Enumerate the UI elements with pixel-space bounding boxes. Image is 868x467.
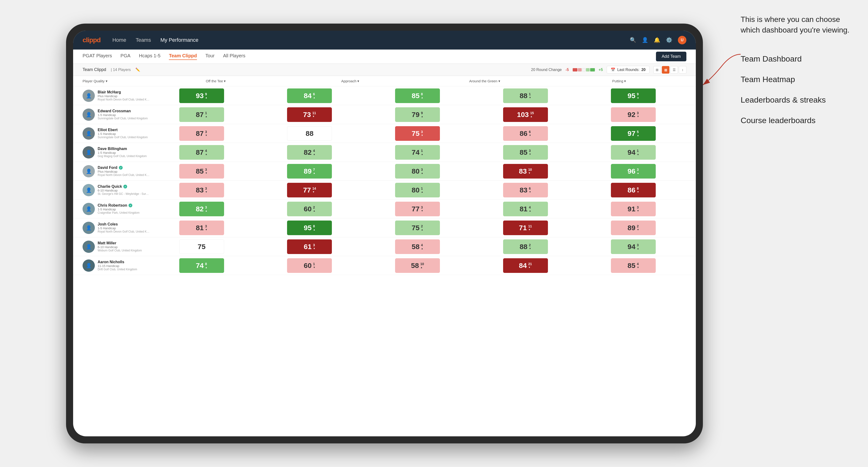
table-row[interactable]: 👤Charlie Quick✓6-10 HandicapSt. George's… — [73, 181, 696, 199]
player-info: 👤Blair McHargPlus HandicapRoyal North De… — [83, 90, 149, 102]
score-cell: 741▲ — [395, 145, 440, 160]
logo: clippd — [83, 36, 100, 44]
score-cells: 874▲824▲741▲853▼941▲ — [149, 145, 686, 160]
score-number: 86 — [628, 186, 636, 194]
score-change: 15▲ — [530, 111, 534, 118]
score-cell: 8310▼ — [503, 164, 548, 179]
verified-badge: ✓ — [123, 185, 127, 188]
table-row[interactable]: 👤Aaron Nicholls11-15 HandicapDrift Golf … — [73, 256, 696, 275]
score-number: 88 — [520, 92, 527, 100]
player-details: Blair McHargPlus HandicapRoyal North Dev… — [98, 90, 150, 101]
last-rounds-button[interactable]: 📅 Last Rounds: 20 — [607, 66, 650, 73]
annotation-item-4: Course leaderboards — [741, 116, 854, 125]
score-cell: 773▼ — [395, 201, 440, 216]
table-row[interactable]: 👤Matt Miller6-10 HandicapWoburn Golf Clu… — [73, 237, 696, 256]
score-cell: 613▼ — [287, 239, 332, 254]
table-row[interactable]: 👤Edward Crossman1-5 HandicapSunningdale … — [73, 105, 696, 124]
tab-all-players[interactable]: All Players — [223, 53, 245, 60]
player-handicap: Plus Handicap — [98, 94, 150, 98]
player-handicap: 6-10 Handicap — [98, 245, 149, 249]
nav-my-performance[interactable]: My Performance — [160, 36, 198, 44]
team-header: Team Clippd | 14 Players ✏️ 20 Round Cha… — [73, 64, 696, 76]
player-details: Edward Crossman1-5 HandicapSunningdale G… — [98, 109, 149, 120]
table-row[interactable]: 👤Josh Coles1-5 HandicapRoyal North Devon… — [73, 218, 696, 237]
score-cell: 858▲ — [395, 88, 440, 103]
player-avatar: 👤 — [83, 165, 95, 177]
annotation-item-1: Team Dashboard — [741, 54, 854, 63]
score-number: 97 — [628, 129, 636, 137]
player-avatar: 👤 — [83, 184, 95, 196]
person-icon[interactable]: 👤 — [642, 37, 648, 43]
score-cells: 823▲602▲773▼814▲913▼ — [149, 201, 686, 216]
table-row[interactable]: 👤Dave Billingham1-5 HandicapGog Magog Go… — [73, 143, 696, 162]
score-change: 3▼ — [421, 206, 423, 212]
player-details: Dave Billingham1-5 HandicapGog Magog Gol… — [98, 147, 149, 158]
score-change: 6▼ — [529, 187, 531, 193]
score-change: 11▼ — [528, 224, 532, 231]
score-change: 4▲ — [313, 149, 315, 156]
score-number: 71 — [519, 224, 527, 232]
score-change: 1▲ — [421, 187, 423, 193]
tab-team-clippd[interactable]: Team Clippd — [169, 53, 197, 60]
score-change: 3▼ — [313, 243, 315, 250]
score-cell: 10315▲ — [503, 107, 548, 122]
score-number: 80 — [412, 186, 420, 194]
score-cells: 75613▼584▲882▼943▲ — [149, 239, 686, 254]
table-row[interactable]: 👤Blair McHargPlus HandicapRoyal North De… — [73, 86, 696, 105]
player-club: Woburn Golf Club, United Kingdom — [98, 249, 149, 252]
score-change: 3▼ — [205, 187, 208, 193]
score-number: 58 — [411, 261, 419, 270]
bell-icon[interactable]: 🔔 — [654, 37, 660, 43]
search-icon[interactable]: 🔍 — [630, 37, 636, 43]
score-cell: 813▼ — [179, 220, 224, 235]
user-avatar[interactable]: U — [678, 36, 686, 44]
player-name: Chris Robertson✓ — [98, 203, 149, 208]
col-header-approach: Approach ▾ — [327, 79, 374, 83]
score-cell: 853▼ — [503, 145, 548, 160]
annotation-list: Team Dashboard Team Heatmap Leaderboards… — [741, 54, 854, 125]
score-number: 87 — [196, 111, 204, 119]
edit-team-icon[interactable]: ✏️ — [135, 67, 140, 72]
tab-hcaps[interactable]: Hcaps 1-5 — [139, 53, 160, 60]
score-number: 87 — [196, 148, 204, 156]
score-change: 2▼ — [637, 224, 639, 231]
score-number: 85 — [520, 148, 527, 156]
heatmap-view-button[interactable]: ▦ — [662, 66, 670, 73]
score-cell: 7111▼ — [503, 220, 548, 235]
score-change: 3▼ — [205, 168, 208, 175]
player-avatar: 👤 — [83, 222, 95, 234]
nav-home[interactable]: Home — [112, 36, 126, 44]
score-change: 10▲ — [420, 262, 424, 269]
player-club: Drift Golf Club, United Kingdom — [98, 268, 149, 271]
table-row[interactable]: 👤Elliot Ebert1-5 HandicapSunningdale Gol… — [73, 124, 696, 143]
player-details: Chris Robertson✓1-5 HandicapCraigmillar … — [98, 203, 149, 214]
score-number: 95 — [304, 224, 312, 232]
score-number: 91 — [628, 205, 636, 213]
add-team-button[interactable]: Add Team — [656, 52, 686, 61]
nav-teams[interactable]: Teams — [135, 36, 151, 44]
calendar-icon: 📅 — [611, 67, 615, 72]
score-change: 7▲ — [313, 168, 315, 175]
table-row[interactable]: 👤David Ford✓Plus HandicapRoyal North Dev… — [73, 162, 696, 181]
team-name: Team Clippd — [83, 67, 106, 72]
player-handicap: 1-5 Handicap — [98, 208, 149, 211]
player-club: Gog Magog Golf Club, United Kingdom — [98, 154, 149, 158]
player-handicap: 11-15 Handicap — [98, 264, 149, 268]
settings-icon[interactable]: ⚙️ — [666, 37, 672, 43]
col-header-around-green: Around the Green ▾ — [461, 79, 508, 83]
player-avatar: 👤 — [83, 146, 95, 158]
tab-tour[interactable]: Tour — [206, 53, 215, 60]
score-number: 95 — [628, 92, 636, 100]
list-view-button[interactable]: ☰ — [670, 66, 678, 73]
tab-pgat-players[interactable]: PGAT Players — [83, 53, 112, 60]
table-row[interactable]: 👤Chris Robertson✓1-5 HandicapCraigmillar… — [73, 199, 696, 218]
sort-button[interactable]: ↕ — [679, 66, 686, 73]
color-bar-red — [573, 68, 578, 71]
tab-pga[interactable]: PGA — [121, 53, 130, 60]
score-cell: 892▼ — [611, 220, 656, 235]
score-change: 3▲ — [637, 168, 639, 175]
score-cell: 601▼ — [287, 258, 332, 273]
player-info: 👤David Ford✓Plus HandicapRoyal North Dev… — [83, 165, 149, 177]
player-info: 👤Elliot Ebert1-5 HandicapSunningdale Gol… — [83, 127, 149, 139]
grid-view-button[interactable]: ⊞ — [653, 66, 661, 73]
